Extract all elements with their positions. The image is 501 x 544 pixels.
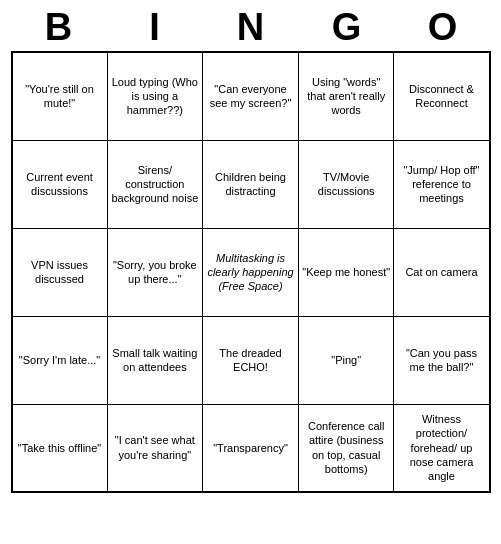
cell-2-1[interactable]: "Sorry, you broke up there...": [107, 228, 203, 316]
cell-4-4[interactable]: Witness protection/ forehead/ up nose ca…: [394, 404, 490, 492]
cell-0-2[interactable]: "Can everyone see my screen?": [203, 52, 299, 140]
title-o: O: [403, 6, 483, 49]
cell-4-1[interactable]: "I can't see what you're sharing": [107, 404, 203, 492]
cell-4-3[interactable]: Conference call attire (business on top,…: [298, 404, 394, 492]
title-n: N: [211, 6, 291, 49]
cell-3-3[interactable]: "Ping": [298, 316, 394, 404]
cell-2-2[interactable]: Multitasking is clearly happening (Free …: [203, 228, 299, 316]
cell-1-3[interactable]: TV/Movie discussions: [298, 140, 394, 228]
cell-1-1[interactable]: Sirens/ construction background noise: [107, 140, 203, 228]
bingo-title: B I N G O: [11, 0, 491, 51]
cell-3-1[interactable]: Small talk waiting on attendees: [107, 316, 203, 404]
cell-0-1[interactable]: Loud typing (Who is using a hammer??): [107, 52, 203, 140]
cell-2-3[interactable]: "Keep me honest": [298, 228, 394, 316]
cell-4-0[interactable]: "Take this offline": [12, 404, 108, 492]
cell-1-0[interactable]: Current event discussions: [12, 140, 108, 228]
cell-2-4[interactable]: Cat on camera: [394, 228, 490, 316]
cell-3-4[interactable]: "Can you pass me the ball?": [394, 316, 490, 404]
cell-2-0[interactable]: VPN issues discussed: [12, 228, 108, 316]
cell-0-3[interactable]: Using "words" that aren't really words: [298, 52, 394, 140]
cell-0-4[interactable]: Disconnect & Reconnect: [394, 52, 490, 140]
cell-1-4[interactable]: "Jump/ Hop off" reference to meetings: [394, 140, 490, 228]
cell-0-0[interactable]: "You're still on mute!": [12, 52, 108, 140]
title-i: I: [115, 6, 195, 49]
title-b: B: [19, 6, 99, 49]
cell-4-2[interactable]: "Transparency": [203, 404, 299, 492]
cell-1-2[interactable]: Children being distracting: [203, 140, 299, 228]
cell-3-2[interactable]: The dreaded ECHO!: [203, 316, 299, 404]
title-g: G: [307, 6, 387, 49]
bingo-grid: "You're still on mute!"Loud typing (Who …: [11, 51, 491, 493]
cell-3-0[interactable]: "Sorry I'm late...": [12, 316, 108, 404]
